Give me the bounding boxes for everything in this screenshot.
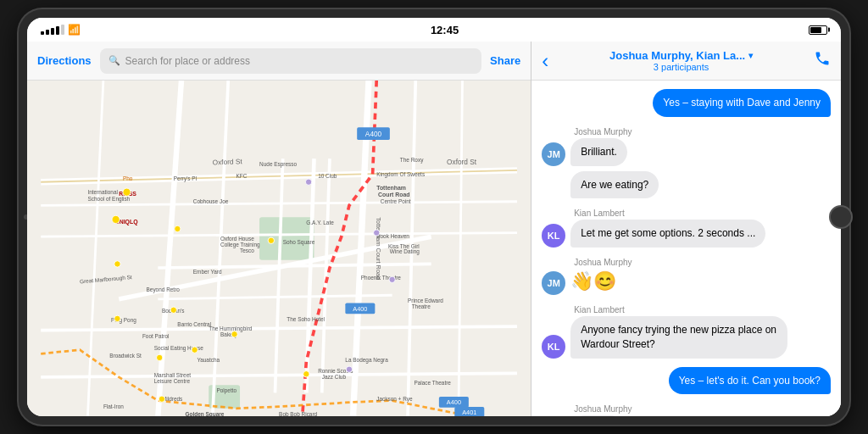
message-row: KL Let me get some options. 2 seconds ..… xyxy=(542,220,831,248)
map-search-bar[interactable]: 🔍 Search for place or address xyxy=(100,48,481,74)
message-bubble: Anyone fancy trying the new pizza place … xyxy=(570,316,787,359)
sender-name-group: Kian Lambert KL Let me get some options.… xyxy=(542,209,831,248)
sender-name-group: Joshua Murphy JM 👋😊 xyxy=(542,258,831,295)
svg-text:A400: A400 xyxy=(447,398,461,406)
map-side: Directions 🔍 Search for place or address… xyxy=(27,42,531,416)
svg-text:A400: A400 xyxy=(353,305,367,313)
signal-dot-5 xyxy=(61,25,64,35)
chat-title: Joshua Murphy, Kian La... ▾ xyxy=(555,49,807,62)
svg-text:Marshall Street: Marshall Street xyxy=(154,372,192,378)
svg-text:Theatre: Theatre xyxy=(412,303,431,309)
svg-text:Wine Dating: Wine Dating xyxy=(390,248,420,255)
avatar: JM xyxy=(542,142,565,166)
signal-dot-3 xyxy=(51,28,54,35)
sender-name-group: Kian Lambert KL Anyone fancy trying the … xyxy=(542,305,831,359)
search-placeholder: Search for place or address xyxy=(125,55,250,67)
svg-text:Jazz Club: Jazz Club xyxy=(322,374,347,380)
search-icon: 🔍 xyxy=(108,55,120,66)
tablet-frame: 📶 12:45 Directions 🔍 Search for place or… xyxy=(19,9,849,425)
svg-text:Oxford St: Oxford St xyxy=(213,158,243,166)
wifi-icon: 📶 xyxy=(68,24,81,36)
home-button[interactable] xyxy=(829,205,853,229)
sender-name-label: Joshua Murphy JM Brilliant. xyxy=(542,127,831,166)
svg-point-94 xyxy=(268,237,274,243)
message-bubble: Are we eating? xyxy=(570,171,659,199)
status-left: 📶 xyxy=(41,24,81,36)
message-bubble: Yes – staying with Dave and Jenny xyxy=(653,89,831,117)
chat-participants: 3 participants xyxy=(555,62,807,72)
svg-text:Centre Point: Centre Point xyxy=(381,199,411,205)
svg-point-105 xyxy=(303,371,309,377)
svg-text:Palace Theatre: Palace Theatre xyxy=(414,380,451,386)
svg-text:Kingdom Of Sweets: Kingdom Of Sweets xyxy=(376,171,425,178)
svg-point-98 xyxy=(389,276,395,282)
message-row: Yes – staying with Dave and Jenny xyxy=(542,89,831,117)
signal-dot-4 xyxy=(56,26,59,35)
map-area[interactable]: Oxford St Oxford St Tottenham Court Road… xyxy=(27,81,531,416)
message-row: Yes – let's do it. Can you book? xyxy=(542,367,831,395)
signal-dot-2 xyxy=(46,30,49,35)
message-bubble-emoji: 👋😊 xyxy=(570,269,616,295)
message-bubble: Let me get some options. 2 seconds ... xyxy=(570,220,765,248)
message-bubble: go for it xyxy=(570,415,625,416)
svg-text:La Bodega Negra: La Bodega Negra xyxy=(345,357,388,364)
svg-text:Nude Espresso: Nude Espresso xyxy=(259,161,297,168)
status-bar: 📶 12:45 xyxy=(27,18,841,42)
svg-text:A400: A400 xyxy=(365,131,382,138)
svg-text:A401: A401 xyxy=(462,409,476,416)
svg-text:Barrio Central: Barrio Central xyxy=(177,321,211,327)
svg-text:International: International xyxy=(87,189,117,195)
svg-point-106 xyxy=(114,261,120,267)
avatar: KL xyxy=(542,224,565,248)
svg-point-99 xyxy=(159,396,164,402)
avatar: JM xyxy=(542,271,565,295)
avatar: KL xyxy=(542,335,565,359)
chat-header: ‹ Joshua Murphy, Kian La... ▾ 3 particip… xyxy=(531,42,841,81)
svg-text:Broadwick St: Broadwick St xyxy=(109,353,142,359)
svg-text:Tottenham: Tottenham xyxy=(376,185,406,191)
tablet-screen: 📶 12:45 Directions 🔍 Search for place or… xyxy=(27,18,841,416)
svg-text:Court Road: Court Road xyxy=(378,192,410,198)
svg-point-97 xyxy=(114,315,120,321)
svg-text:Yauatcha: Yauatcha xyxy=(197,357,220,363)
message-row: KL Anyone fancy trying the new pizza pla… xyxy=(542,316,831,359)
chat-side: ‹ Joshua Murphy, Kian La... ▾ 3 particip… xyxy=(531,42,841,416)
back-button[interactable]: ‹ xyxy=(542,49,548,73)
svg-text:Foot Patrol: Foot Patrol xyxy=(142,333,169,339)
svg-text:Leisure Centre: Leisure Centre xyxy=(154,378,191,384)
svg-text:Soho Square: Soho Square xyxy=(283,239,315,246)
svg-text:KFC: KFC xyxy=(236,173,247,179)
message-row: JM Brilliant. xyxy=(542,138,831,166)
directions-button[interactable]: Directions xyxy=(37,54,92,67)
svg-text:Tesco: Tesco xyxy=(240,248,254,253)
svg-text:Flat-Iron: Flat-Iron xyxy=(103,403,124,409)
svg-text:Ember Yard: Ember Yard xyxy=(193,269,222,275)
svg-text:The Roxy: The Roxy xyxy=(400,157,424,164)
chat-messages: Yes – staying with Dave and Jenny Joshua… xyxy=(531,81,841,416)
svg-point-96 xyxy=(231,331,237,337)
svg-text:Polpetto: Polpetto xyxy=(216,387,236,394)
share-button[interactable]: Share xyxy=(490,54,520,67)
svg-text:Golden Square: Golden Square xyxy=(186,411,225,416)
svg-point-92 xyxy=(112,215,120,223)
svg-text:Cobhouse Joe: Cobhouse Joe xyxy=(193,199,229,205)
signal-dots xyxy=(41,25,64,35)
message-row: JM 👋😊 xyxy=(542,269,831,295)
svg-point-103 xyxy=(374,230,380,236)
message-bubble: Brilliant. xyxy=(570,138,627,166)
svg-point-104 xyxy=(192,347,198,353)
phone-button[interactable] xyxy=(814,50,831,71)
battery-fill xyxy=(810,27,821,33)
svg-text:Pho: Pho xyxy=(123,175,133,181)
svg-text:Jackson + Rye: Jackson + Rye xyxy=(376,396,413,403)
signal-dot-1 xyxy=(41,31,44,35)
chat-header-center: Joshua Murphy, Kian La... ▾ 3 participan… xyxy=(555,49,807,72)
battery-icon xyxy=(809,25,827,35)
chevron-down-icon[interactable]: ▾ xyxy=(748,51,753,60)
status-time: 12:45 xyxy=(431,24,459,36)
svg-text:The Soho Hotel: The Soho Hotel xyxy=(287,316,325,322)
svg-text:Oxford House: Oxford House xyxy=(220,236,254,242)
status-right xyxy=(809,25,827,35)
chat-title-text: Joshua Murphy, Kian La... xyxy=(609,49,745,62)
svg-text:G.A.Y. Late: G.A.Y. Late xyxy=(306,220,334,225)
